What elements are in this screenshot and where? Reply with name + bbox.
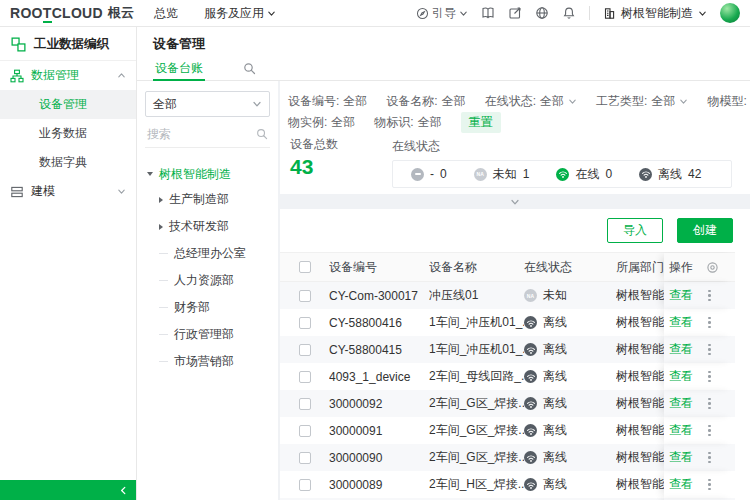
legend-count: 0 [605,167,612,181]
tab-device-ledger[interactable]: 设备台账 [153,57,205,81]
device-name-cell: 2车间_G区_焊接... [429,395,524,412]
view-link[interactable]: 查看 [669,476,693,493]
filter-row-1: 设备编号:全部设备名称:全部在线状态:全部工艺类型:全部物模型:全部 [288,92,742,110]
chevron-down-icon [698,9,707,18]
row-menu-button[interactable] [706,423,713,439]
filter-工艺类型[interactable]: 工艺类型:全部 [596,93,688,110]
device-id-cell: 30000092 [329,397,429,411]
avatar[interactable] [720,3,740,23]
table-row[interactable]: CY-Com-300017冲压线01NA未知树根智能制造查看 [280,282,735,309]
status-dot-offline [524,451,537,464]
tree-search-input[interactable]: 搜索 [145,121,270,148]
status-dot-unknown: NA [524,289,537,302]
row-checkbox[interactable] [299,344,311,356]
row-checkbox[interactable] [299,371,311,383]
table-row[interactable]: 300000892车间_H区_焊接...离线树根智能制造查看 [280,471,735,498]
tree-node-技术研发部[interactable]: 技术研发部 [145,213,270,240]
notifications-button[interactable] [562,6,576,20]
sidebar-section-建模[interactable]: 建模 [0,177,136,206]
topnav-item-services[interactable]: 服务及应用 [204,5,276,22]
tree-node-行政管理部[interactable]: 行政管理部 [145,321,270,348]
table-row[interactable]: 300000922车间_G区_焊接...离线树根智能制造查看 [280,390,735,417]
row-menu-button[interactable] [706,396,713,412]
row-checkbox-cell [280,371,329,383]
gear-icon[interactable] [706,261,719,274]
filter-在线状态[interactable]: 在线状态:全部 [485,93,577,110]
dept-cell: 树根智能制造 [616,449,664,466]
reset-filters-button[interactable]: 重置 [461,112,501,133]
legend-label: 未知 [493,166,517,183]
tree-node-总经理办公室[interactable]: 总经理办公室 [145,240,270,267]
docs-button[interactable] [481,6,495,20]
tenant-switcher[interactable]: 树根智能制造 [603,5,707,22]
view-link[interactable]: 查看 [669,368,693,385]
table-row[interactable]: CY-588004151车间_冲压机01_...离线树根智能制造查看 [280,336,735,363]
sidebar-section-数据管理[interactable]: 数据管理 [0,61,136,90]
rootcloud-logo[interactable]: ROOTCLOUD 根云 [10,4,134,22]
row-menu-button[interactable] [706,369,713,385]
row-menu-button[interactable] [706,315,713,331]
tab-search-icon[interactable] [243,62,256,75]
table-row[interactable]: 300000902车间_G区_焊接...离线树根智能制造查看 [280,444,735,471]
tree-node-label: 生产制造部 [169,191,229,208]
sidebar-item-数据字典[interactable]: 数据字典 [0,148,136,177]
guide-label: 引导 [432,5,456,22]
tree-connector [159,334,168,335]
tree-node-人力资源部[interactable]: 人力资源部 [145,267,270,294]
sidebar-collapse-button[interactable] [0,480,136,500]
row-menu-button[interactable] [706,288,713,304]
status-text: 离线 [543,422,567,439]
legend-label: - [430,167,434,181]
row-checkbox[interactable] [299,317,311,329]
bell-icon [562,6,576,20]
tree-node-label: 财务部 [174,299,210,316]
select-all-checkbox[interactable] [299,261,311,273]
column-header: 设备编号 [329,259,429,276]
guide-button[interactable]: 引导 [416,5,468,22]
view-link[interactable]: 查看 [669,395,693,412]
row-checkbox[interactable] [299,398,311,410]
main-area: 设备管理 设备台账 全部 搜索 树根智能制造生产 [137,27,750,500]
stats-collapse-toggle[interactable] [280,194,750,209]
building-icon [603,7,616,20]
tree-node-生产制造部[interactable]: 生产制造部 [145,186,270,213]
filter-物标识[interactable]: 物标识:全部 [374,114,441,131]
dept-cell: 树根智能制造 [616,422,664,439]
row-checkbox[interactable] [299,479,311,491]
tree-node-财务部[interactable]: 财务部 [145,294,270,321]
row-checkbox[interactable] [299,425,311,437]
row-menu-button[interactable] [706,342,713,358]
row-menu-button[interactable] [706,450,713,466]
tree-node-市场营销部[interactable]: 市场营销部 [145,348,270,375]
row-menu-button[interactable] [706,477,713,493]
view-link[interactable]: 查看 [669,341,693,358]
filter-物实例[interactable]: 物实例:全部 [288,114,355,131]
language-button[interactable] [535,6,549,20]
device-name-cell: 2车间_G区_焊接... [429,422,524,439]
filter-物模型[interactable]: 物模型:全部 [707,93,750,110]
row-checkbox[interactable] [299,452,311,464]
row-checkbox[interactable] [299,290,311,302]
create-button[interactable]: 创建 [677,218,733,243]
table-row[interactable]: 300000912车间_G区_焊接...离线树根智能制造查看 [280,417,735,444]
tree-connector [159,253,168,254]
legend-count: 0 [440,167,447,181]
view-link[interactable]: 查看 [669,314,693,331]
view-link[interactable]: 查看 [669,449,693,466]
table-row[interactable]: 4093_1_device2车间_母线回路_...离线树根智能制造查看 [280,363,735,390]
workorder-button[interactable] [508,6,522,20]
page-head: 设备管理 设备台账 [137,27,750,81]
topnav-item-overview[interactable]: 总览 [154,5,178,22]
sidebar-item-业务数据[interactable]: 业务数据 [0,119,136,148]
import-button[interactable]: 导入 [607,218,663,243]
tree-filter-select[interactable]: 全部 [145,91,270,117]
view-link[interactable]: 查看 [669,287,693,304]
row-checkbox-cell [280,425,329,437]
table-row[interactable]: CY-588004161车间_冲压机01_...离线树根智能制造查看 [280,309,735,336]
filter-设备名称[interactable]: 设备名称:全部 [386,93,465,110]
filter-设备编号[interactable]: 设备编号:全部 [288,93,367,110]
view-link[interactable]: 查看 [669,422,693,439]
tree-connector [159,280,168,281]
sidebar-item-设备管理[interactable]: 设备管理 [0,90,136,119]
tree-root-node[interactable]: 树根智能制造 [145,162,270,186]
